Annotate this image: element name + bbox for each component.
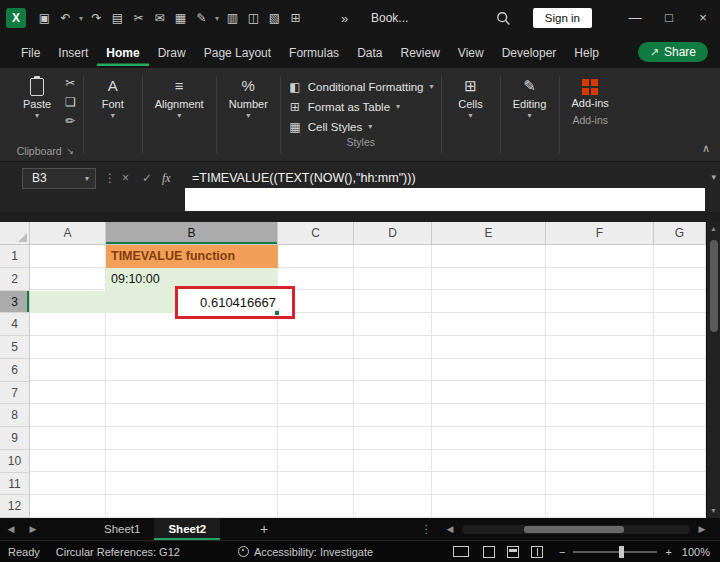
- formula-bar-expanded-area[interactable]: [185, 188, 705, 211]
- column-header-A[interactable]: A: [30, 222, 106, 245]
- display-settings-icon[interactable]: [453, 546, 469, 557]
- workbook-icon[interactable]: ▤: [107, 11, 128, 25]
- cell-styles-button[interactable]: ▦ Cell Styles ▾: [288, 119, 434, 134]
- tab-formulas[interactable]: Formulas: [280, 39, 348, 66]
- cut-icon[interactable]: ✂: [128, 11, 149, 25]
- tab-insert[interactable]: Insert: [49, 39, 97, 66]
- editing-button[interactable]: ✎ Editing ▾: [508, 73, 552, 123]
- undo-chevron-icon[interactable]: ▾: [76, 14, 86, 23]
- column-header-G[interactable]: G: [654, 222, 706, 245]
- zoom-in-button[interactable]: +: [665, 546, 671, 558]
- h-scroll-left-icon[interactable]: ◀: [442, 524, 458, 534]
- format-painter-button[interactable]: ✏: [65, 115, 76, 128]
- formula-input[interactable]: =TIMEVALUE((TEXT(NOW(),"hh:mm"))): [192, 171, 416, 185]
- row-header-1[interactable]: 1: [0, 245, 30, 268]
- zoom-slider-thumb[interactable]: [619, 546, 624, 558]
- horizontal-scrollbar[interactable]: [462, 525, 690, 534]
- scroll-down-icon[interactable]: ▼: [707, 504, 720, 518]
- enter-icon[interactable]: ✓: [142, 171, 152, 185]
- more-commands-icon[interactable]: »: [334, 11, 355, 26]
- vertical-scroll-thumb[interactable]: [710, 240, 718, 332]
- table-icon[interactable]: ⊞: [285, 11, 306, 25]
- row-header-5[interactable]: 5: [0, 336, 30, 359]
- row-header-4[interactable]: 4: [0, 313, 30, 336]
- cells-area[interactable]: TIMEVALUE function 09:10:00 0.610416667: [30, 245, 706, 518]
- minimize-button[interactable]: —: [618, 0, 652, 36]
- font-button[interactable]: A Font ▾: [91, 73, 135, 123]
- tab-review[interactable]: Review: [391, 39, 448, 66]
- add-sheet-button[interactable]: +: [254, 521, 274, 537]
- column-header-B[interactable]: B: [106, 222, 278, 245]
- row-header-2[interactable]: 2: [0, 268, 30, 291]
- expand-formula-bar-icon[interactable]: ▾: [711, 172, 716, 182]
- column-header-E[interactable]: E: [432, 222, 546, 245]
- row-header-12[interactable]: 12: [0, 495, 30, 518]
- sign-in-button[interactable]: Sign in: [533, 8, 592, 28]
- column-header-F[interactable]: F: [546, 222, 654, 245]
- row-header-8[interactable]: 8: [0, 404, 30, 427]
- view-page-layout-icon[interactable]: [507, 546, 519, 558]
- status-circular-references[interactable]: Circular References: G12: [56, 546, 180, 558]
- column-header-C[interactable]: C: [278, 222, 354, 245]
- tab-view[interactable]: View: [449, 39, 493, 66]
- zoom-out-button[interactable]: −: [559, 546, 565, 558]
- row-header-10[interactable]: 10: [0, 450, 30, 473]
- cancel-icon[interactable]: ×: [122, 171, 129, 185]
- cell-B1[interactable]: TIMEVALUE function: [106, 245, 278, 268]
- column-header-D[interactable]: D: [354, 222, 432, 245]
- copy-button[interactable]: ❏: [65, 96, 76, 109]
- chart-icon[interactable]: ▦: [170, 11, 191, 25]
- row-header-11[interactable]: 11: [0, 473, 30, 496]
- vertical-scrollbar[interactable]: ▲ ▼: [706, 222, 720, 518]
- row-header-9[interactable]: 9: [0, 427, 30, 450]
- undo-icon[interactable]: ↶: [55, 11, 76, 25]
- mail-icon[interactable]: ✉: [149, 11, 170, 25]
- tabbar-splitter-icon[interactable]: ⋮: [421, 522, 433, 536]
- camera-icon[interactable]: ▧: [264, 11, 285, 25]
- excel-logo-icon[interactable]: X: [6, 8, 26, 28]
- sheet-nav-right-icon[interactable]: ▶: [22, 524, 44, 534]
- tab-home[interactable]: Home: [97, 39, 148, 66]
- name-box[interactable]: B3 ▾: [22, 168, 96, 189]
- tab-file[interactable]: File: [12, 39, 49, 66]
- tab-data[interactable]: Data: [348, 39, 391, 66]
- tab-page-layout[interactable]: Page Layout: [195, 39, 280, 66]
- close-button[interactable]: ×: [686, 0, 720, 36]
- view-normal-icon[interactable]: [483, 546, 495, 558]
- tab-developer[interactable]: Developer: [493, 39, 566, 66]
- scroll-up-icon[interactable]: ▲: [707, 222, 720, 236]
- number-button[interactable]: % Number ▾: [224, 73, 273, 123]
- cell-A3[interactable]: [30, 291, 106, 314]
- row-header-6[interactable]: 6: [0, 359, 30, 382]
- addins-button[interactable]: Add-ins: [567, 73, 614, 112]
- view-page-break-icon[interactable]: [531, 546, 543, 558]
- tab-sheet2[interactable]: Sheet2: [154, 518, 220, 540]
- tab-sheet1[interactable]: Sheet1: [90, 518, 154, 540]
- conditional-formatting-button[interactable]: ◧ Conditional Formatting ▾: [288, 79, 434, 94]
- qat-chevron-icon[interactable]: ▾: [212, 14, 222, 23]
- paste-button[interactable]: Paste ▾: [15, 73, 59, 123]
- cells-button[interactable]: ⊞ Cells ▾: [449, 73, 493, 123]
- search-icon[interactable]: [496, 11, 511, 26]
- cut-button[interactable]: ✂: [65, 77, 76, 90]
- clipboard-icon[interactable]: ◫: [243, 11, 264, 25]
- print-icon[interactable]: ▥: [222, 11, 243, 25]
- maximize-button[interactable]: □: [652, 0, 686, 36]
- zoom-slider[interactable]: [573, 551, 657, 553]
- pencil-icon[interactable]: ✎: [191, 11, 212, 25]
- fill-handle[interactable]: [274, 310, 280, 316]
- share-button[interactable]: ↗ Share: [638, 42, 708, 62]
- redo-icon[interactable]: ↷: [86, 11, 107, 25]
- zoom-level[interactable]: 100%: [682, 546, 710, 558]
- format-as-table-button[interactable]: ⊞ Format as Table ▾: [288, 99, 434, 114]
- save-icon[interactable]: ▣: [34, 11, 55, 25]
- clipboard-dialog-launcher[interactable]: ↘: [67, 146, 75, 156]
- h-scroll-right-icon[interactable]: ▶: [694, 524, 710, 534]
- formula-bar-drag-handle[interactable]: ⋮: [104, 171, 116, 185]
- tab-help[interactable]: Help: [565, 39, 608, 66]
- sheet-nav-left-icon[interactable]: ◀: [0, 524, 22, 534]
- tab-draw[interactable]: Draw: [149, 39, 195, 66]
- select-all-corner[interactable]: [0, 222, 30, 245]
- insert-function-icon[interactable]: fx: [162, 171, 171, 186]
- collapse-ribbon-icon[interactable]: ∧: [702, 142, 710, 155]
